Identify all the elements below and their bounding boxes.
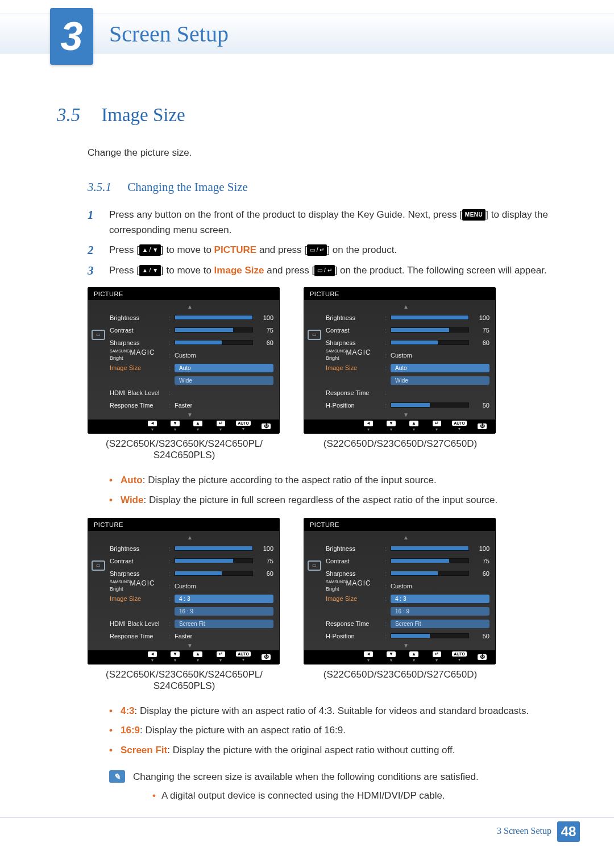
osd-option-169[interactable]: 16 : 9 [175,607,273,616]
osd-title: PICTURE [88,518,279,531]
osd-item-sharpness: Sharpness [106,570,169,577]
osd-nav-down[interactable]: ▼▾ [169,422,181,431]
osd-auto[interactable]: AUTO▾ [453,653,466,662]
osd-nav-left[interactable]: ◄▾ [362,653,375,662]
osd-nav-left[interactable]: ◄▾ [146,653,159,662]
note-icon: ✎ [109,770,125,783]
osd-item-contrast: Contrast [322,327,385,334]
osd-nav-up[interactable]: ▲▾ [192,653,204,662]
osd-item-hdmi-black: HDMI Black Level [106,620,169,627]
subsection-number: 3.5.1 [88,180,125,194]
osd-power[interactable]: ⏻ [260,653,272,662]
osd-option-wide[interactable]: Wide [175,376,273,385]
monitor-icon: ▭ [92,560,105,571]
osd-option-43[interactable]: 4 : 3 [391,595,489,603]
note-sub-item: A digital output device is connected usi… [152,788,479,803]
osd-item-hdmi-black: HDMI Black Level [106,389,169,396]
osd-item-image-size[interactable]: Image Size [106,595,169,602]
osd-option-wide[interactable]: Wide [391,376,489,385]
page-header: 3 Screen Setup [0,0,614,52]
osd-nav-down[interactable]: ▼▾ [385,653,397,662]
up-down-icon: ▲ / ▼ [139,265,161,276]
osd-item-image-size[interactable]: Image Size [322,595,385,602]
osd-item-sharpness: Sharpness [106,339,169,346]
enter-button-icon: ▭ / ↵ [314,265,334,276]
osd-auto[interactable]: AUTO▾ [453,422,466,431]
keyword-wide: Wide [121,495,143,505]
osd-option-screen-fit[interactable]: Screen Fit [175,620,273,628]
osd-item-response: Response Time [322,389,385,396]
osd-enter[interactable]: ↵▾ [430,653,443,662]
osd-option-auto[interactable]: Auto [175,364,273,372]
osd-item-response: Response Time [106,402,169,409]
osd-enter[interactable]: ↵▾ [214,653,227,662]
osd-nav-down[interactable]: ▼▾ [385,422,397,431]
osd-enter[interactable]: ↵▾ [214,422,227,431]
step-text: and press [ [256,244,307,255]
osd-val: Custom [175,352,196,359]
osd-power[interactable]: ⏻ [476,422,488,431]
keyword-169: 16:9 [121,725,140,736]
osd-caption: (S22C650K/S23C650K/S24C650PL/S24C650PLS) [88,438,281,461]
subsection-heading: 3.5.1 Changing the Image Size [88,180,557,194]
osd-item-sharpness: Sharpness [322,570,385,577]
step-text: ] on the product. The following screen w… [335,265,547,276]
monitor-icon: ▭ [92,330,105,340]
osd-option-43[interactable]: 4 : 3 [175,595,273,603]
osd-val: Custom [175,583,196,589]
desc-text: : Display the picture according to the a… [143,475,437,485]
osd-item-image-size[interactable]: Image Size [106,364,169,371]
osd-footer: ◄▾ ▼▾ ▲▾ ↵▾ AUTO▾ ⏻ [88,420,279,433]
osd-nav-down[interactable]: ▼▾ [169,653,181,662]
osd-nav-left[interactable]: ◄▾ [362,422,375,431]
monitor-icon: ▭ [308,560,321,571]
scroll-down-icon: ▼ [106,412,273,420]
scroll-up-icon: ▲ [106,304,273,312]
osd-item-response: Response Time [322,620,385,627]
osd-auto[interactable]: AUTO▾ [237,422,250,431]
osd-val: 60 [472,339,489,346]
osd-title: PICTURE [304,288,495,300]
step-text: ] to move to [161,265,214,276]
osd-item-magic-bright: SAMSUNGMAGIC Bright [106,349,169,361]
keyword-auto: Auto [121,475,143,485]
osd-auto[interactable]: AUTO▾ [237,653,250,662]
step-text: Press [ [109,265,139,276]
desc-text: : Display the picture with an aspect rat… [135,705,529,716]
note-block: ✎ Changing the screen size is available … [109,769,557,803]
osd-item-image-size[interactable]: Image Size [322,364,385,371]
step-text: Press any button on the front of the pro… [109,209,462,220]
page-footer: 3 Screen Setup 48 [0,817,614,846]
osd-val: 100 [256,314,273,321]
osd-nav-up[interactable]: ▲▾ [408,422,420,431]
osd-nav-up[interactable]: ▲▾ [192,422,204,431]
osd-val: 50 [472,402,489,409]
osd-item-brightness: Brightness [322,545,385,552]
step-1: 1 Press any button on the front of the p… [88,207,557,238]
desc-text: : Display the picture in full screen reg… [143,495,497,505]
keyword-picture: PICTURE [214,244,257,255]
step-3: 3 Press [▲ / ▼] to move to Image Size an… [88,263,557,278]
osd-option-auto[interactable]: Auto [391,364,489,372]
osd-item-brightness: Brightness [106,545,169,552]
menu-button-icon: MENU [462,209,486,221]
enter-button-icon: ▭ / ↵ [307,244,327,256]
osd-nav-up[interactable]: ▲▾ [408,653,420,662]
section-intro: Change the picture size. [88,147,557,159]
osd-power[interactable]: ⏻ [476,653,488,662]
osd-title: PICTURE [88,288,279,300]
osd-title: PICTURE [304,518,495,531]
step-text: ] to move to [161,244,214,255]
keyword-43: 4:3 [121,705,135,716]
osd-power[interactable]: ⏻ [260,422,272,431]
osd-item-contrast: Contrast [106,558,169,564]
note-text: Changing the screen size is available wh… [133,769,479,784]
osd-picture-d-auto: PICTURE ▭ ▲ Brightness:100 Contrast:75 S… [304,287,496,434]
osd-nav-left[interactable]: ◄▾ [146,422,159,431]
osd-picture-k-43: PICTURE ▭ ▲ Brightness:100 Contrast:75 S… [88,518,280,665]
osd-option-169[interactable]: 16 : 9 [391,607,489,616]
osd-option-screen-fit[interactable]: Screen Fit [391,620,489,628]
chapter-badge: 3 [50,8,93,65]
step-2: 2 Press [▲ / ▼] to move to PICTURE and p… [88,242,557,258]
osd-enter[interactable]: ↵▾ [430,422,443,431]
